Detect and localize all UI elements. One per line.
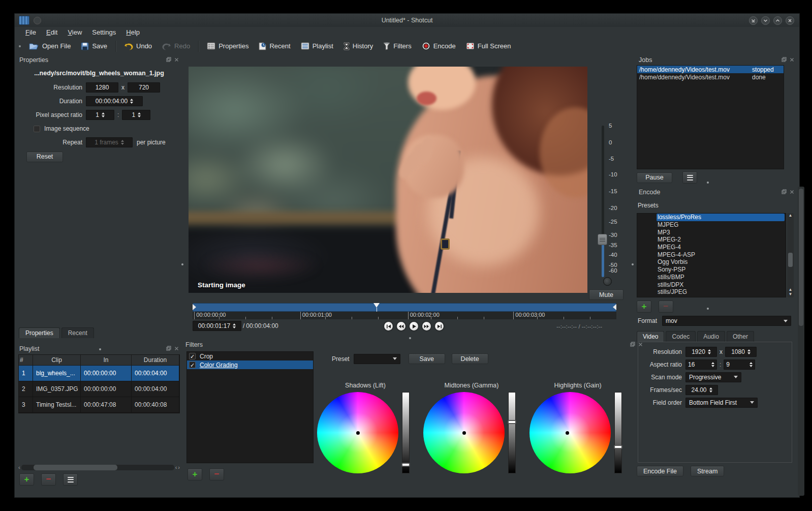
speaker-icon[interactable] bbox=[603, 277, 612, 286]
scroll-up-icon[interactable]: ▲ bbox=[789, 287, 793, 292]
wheel-cursor[interactable] bbox=[566, 431, 569, 435]
encode-tab-codec[interactable]: Codec bbox=[666, 331, 696, 342]
pixel-aspect-den-spinner[interactable] bbox=[138, 112, 141, 117]
column-header-Duration[interactable]: Duration bbox=[132, 355, 179, 366]
color-wheel[interactable] bbox=[529, 392, 611, 473]
stream-button[interactable]: Stream bbox=[691, 466, 724, 476]
playlist-button[interactable]: Playlist bbox=[296, 40, 338, 52]
encode-resolution-width-field[interactable]: 1920 bbox=[685, 347, 717, 357]
scroll-handle[interactable] bbox=[788, 253, 793, 267]
encode-aspect-den-field[interactable]: 9 bbox=[724, 359, 755, 370]
image-sequence-checkbox[interactable] bbox=[34, 126, 40, 132]
menu-file[interactable]: File bbox=[21, 27, 41, 37]
playhead[interactable] bbox=[373, 303, 380, 308]
preset-item[interactable]: MJPEG bbox=[637, 221, 786, 229]
menu-help[interactable]: Help bbox=[121, 27, 144, 37]
full-screen-button[interactable]: Full Screen bbox=[461, 40, 516, 52]
wheel-cursor[interactable] bbox=[462, 431, 466, 435]
toolbar-grip[interactable] bbox=[19, 45, 21, 47]
jobs-menu-button[interactable] bbox=[682, 171, 697, 184]
scroll-down-icon[interactable]: ▼ bbox=[789, 292, 793, 296]
brightness-slider[interactable] bbox=[508, 392, 516, 473]
float-panel-icon[interactable] bbox=[630, 341, 635, 348]
splitter-handle[interactable] bbox=[409, 337, 411, 339]
brightness-slider-handle[interactable] bbox=[508, 420, 516, 424]
splitter-handle[interactable] bbox=[181, 263, 183, 265]
splitter-handle[interactable] bbox=[707, 308, 709, 310]
volume-slider-handle[interactable] bbox=[598, 234, 607, 245]
play-button[interactable] bbox=[410, 322, 418, 330]
tab-recent[interactable]: Recent bbox=[61, 327, 94, 338]
open-file-button[interactable]: Open File bbox=[24, 40, 76, 52]
job-row[interactable]: /home/ddennedy/Videos/test.movstopped bbox=[637, 66, 784, 73]
duration-spinner[interactable] bbox=[130, 99, 133, 104]
preset-item[interactable]: MPEG-2 bbox=[637, 236, 786, 244]
encode-file-button[interactable]: Encode File bbox=[637, 466, 683, 476]
current-time-spinner[interactable] bbox=[233, 323, 236, 328]
scrub-bar[interactable] bbox=[193, 303, 616, 312]
brightness-slider[interactable] bbox=[614, 392, 622, 473]
close-panel-icon[interactable] bbox=[790, 189, 794, 196]
preset-item[interactable]: stills/JPEG bbox=[637, 288, 786, 296]
table-row[interactable]: 2IMG_0357.JPG00:00:00:0000:00:04:00 bbox=[19, 381, 179, 397]
preset-delete-button[interactable]: Delete bbox=[452, 353, 488, 364]
table-row[interactable]: 1blg_wheels_...00:00:00:0000:00:04:00 bbox=[19, 366, 179, 381]
mute-button[interactable]: Mute bbox=[589, 289, 623, 300]
preset-add-button[interactable]: + bbox=[637, 300, 651, 313]
close-panel-icon[interactable] bbox=[790, 56, 794, 64]
skip-to-end-button[interactable] bbox=[435, 322, 444, 330]
preset-item[interactable]: Sony-PSP bbox=[637, 266, 786, 274]
close-panel-icon[interactable] bbox=[174, 345, 179, 352]
splitter-handle[interactable] bbox=[707, 182, 709, 184]
close-panel-icon[interactable] bbox=[174, 56, 179, 64]
format-combobox[interactable]: mov bbox=[662, 316, 791, 326]
scroll-right-icon[interactable]: › bbox=[178, 465, 180, 470]
float-panel-icon[interactable] bbox=[782, 56, 787, 64]
color-wheel[interactable] bbox=[423, 392, 505, 473]
playlist-hscrollbar[interactable]: ‹ ‹ › bbox=[18, 464, 180, 471]
fps-field[interactable]: 24.00 bbox=[685, 385, 718, 395]
menu-settings[interactable]: Settings bbox=[87, 27, 120, 37]
timeline-ruler[interactable]: 00:00:00:0000:00:01:0000:00:02:0000:00:0… bbox=[193, 312, 616, 319]
encode-panel-scrollbar[interactable] bbox=[798, 187, 804, 496]
encode-tab-video[interactable]: Video bbox=[637, 331, 664, 342]
shade-icon[interactable] bbox=[749, 16, 758, 25]
scroll-handle[interactable] bbox=[34, 465, 118, 470]
resolution-height-field[interactable]: 720 bbox=[128, 82, 160, 93]
out-point-marker[interactable] bbox=[613, 304, 616, 310]
current-time-field[interactable]: 00:00:01:17 bbox=[193, 321, 241, 331]
minimize-icon[interactable] bbox=[761, 16, 770, 25]
column-header-Clip[interactable]: Clip bbox=[33, 355, 81, 366]
playlist-remove-button[interactable]: − bbox=[41, 473, 56, 486]
filter-checkbox[interactable]: ✓ bbox=[189, 362, 196, 368]
encode-tab-other[interactable]: Other bbox=[727, 331, 754, 342]
properties-button[interactable]: Properties bbox=[202, 40, 254, 52]
undo-button[interactable]: Undo bbox=[119, 40, 157, 52]
preset-item[interactable]: MPEG-4-ASP bbox=[637, 251, 786, 258]
filter-item-crop[interactable]: ✓Crop bbox=[187, 352, 313, 360]
preset-item[interactable]: lossless/ProRes bbox=[657, 214, 785, 221]
table-row[interactable]: 3Timing Testsl...00:00:47:0800:00:40:08 bbox=[19, 397, 179, 413]
column-header-num[interactable]: # bbox=[19, 355, 33, 366]
close-icon[interactable] bbox=[786, 16, 794, 25]
encode-tab-audio[interactable]: Audio bbox=[697, 331, 725, 342]
rewind-button[interactable] bbox=[397, 322, 405, 330]
color-wheel[interactable] bbox=[317, 392, 398, 473]
preset-item[interactable]: MP3 bbox=[637, 228, 786, 236]
preset-item[interactable]: MPEG-4 bbox=[637, 244, 786, 251]
playlist-add-button[interactable]: + bbox=[19, 473, 34, 486]
pause-button[interactable]: Pause bbox=[637, 172, 672, 183]
resolution-width-field[interactable]: 1280 bbox=[86, 82, 118, 93]
preset-item[interactable]: Ogg Vorbis bbox=[637, 258, 786, 266]
pixel-aspect-den-field[interactable]: 1 bbox=[122, 110, 150, 120]
scroll-left-icon[interactable]: ‹ bbox=[175, 465, 177, 470]
scan-mode-combobox[interactable]: Progressive bbox=[685, 372, 741, 382]
pixel-aspect-num-field[interactable]: 1 bbox=[86, 110, 114, 120]
float-panel-icon[interactable] bbox=[166, 56, 171, 64]
job-row[interactable]: /home/ddennedy/Videos/test.movdone bbox=[637, 73, 784, 81]
brightness-slider-handle[interactable] bbox=[401, 463, 410, 467]
column-header-In[interactable]: In bbox=[81, 355, 132, 366]
preset-combobox[interactable] bbox=[354, 354, 400, 364]
wheel-cursor[interactable] bbox=[356, 431, 360, 435]
maximize-icon[interactable] bbox=[773, 16, 782, 25]
